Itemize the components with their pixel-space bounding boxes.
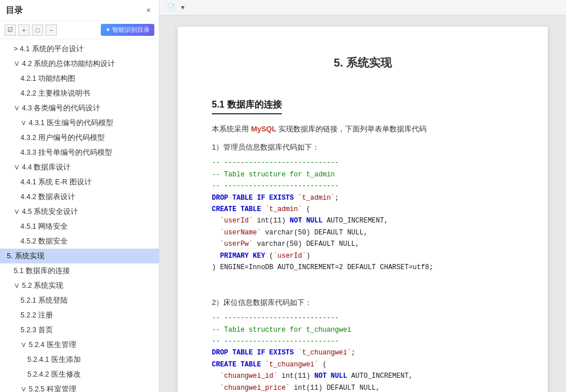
code1-line2: CREATE TABLE `t_admin` (	[212, 204, 514, 215]
sidebar-item-4.5.2[interactable]: 4.5.2 数据安全	[0, 234, 159, 249]
sidebar-item-4.3.2[interactable]: 4.3.2 用户编号的代码模型	[0, 130, 159, 145]
intro-paragraph: 本系统采用 MySQL 实现数据库的链接，下面列举表单数据库代码	[212, 122, 514, 135]
sidebar-item-5.2.2[interactable]: 5.2.2 注册	[0, 308, 159, 323]
sidebar-close-button[interactable]: ×	[144, 5, 153, 16]
sidebar-item-4.1[interactable]: > 4.1 系统的平台设计	[0, 42, 159, 56]
sidebar-header: 目录 ×	[0, 0, 159, 21]
sidebar-tree: > 4.1 系统的平台设计∨ 4.2 系统的总体功能结构设计4.2.1 功能结构…	[0, 39, 159, 392]
code2-comment2: -- Table structure for t_chuangwei	[212, 324, 514, 336]
sidebar-item-5.2.5[interactable]: ∨ 5.2.5 科室管理	[0, 382, 159, 392]
sidebar-item-5.1[interactable]: 5.1 数据库的连接	[0, 263, 159, 278]
sidebar-item-5.2[interactable]: ∨ 5.2 系统实现	[0, 278, 159, 293]
ai-icon: ✦	[105, 26, 110, 34]
intro-text-part1: 本系统采用	[212, 125, 251, 133]
doc-toolbar: 📄 ▾	[159, 0, 566, 15]
doc-page: 5. 系统实现 5.1 数据库的连接 本系统采用 MySQL 实现数据库的链接，…	[178, 27, 548, 392]
code1-line7: ) ENGINE=InnoDB AUTO_INCREMENT=2 DEFAULT…	[212, 262, 514, 273]
code2-line3: `chuangwei_id` int(11) NOT NULL AUTO_INC…	[212, 370, 514, 382]
code-block-1: -- ---------------------------- -- Table…	[212, 157, 514, 273]
ai-recognize-button[interactable]: ✦ 智能识别目录	[101, 24, 154, 36]
sidebar-item-4.4.2[interactable]: 4.4.2 数据表设计	[0, 189, 159, 204]
code1-line4: `userName` varchar(50) DEFAULT NULL,	[212, 227, 514, 238]
code1-line6: PRIMARY KEY (`userId`)	[212, 250, 514, 262]
toolbar-add-btn[interactable]: +	[18, 24, 30, 36]
chapter-title: 5. 系统实现	[212, 55, 514, 71]
sidebar-item-4.2[interactable]: ∨ 4.2 系统的总体功能结构设计	[0, 56, 159, 71]
step2-label: 2）床位信息数据库代码如下：	[212, 298, 514, 308]
code1-comment2: -- Table structure for t_admin	[212, 169, 514, 180]
sidebar-item-5.2.4.1[interactable]: 5.2.4.1 医生添加	[0, 352, 159, 367]
sidebar-item-5.2.3[interactable]: 5.2.3 首页	[0, 323, 159, 337]
code2-line4: `chuangwei_price` int(11) DEFAULT NULL,	[212, 382, 514, 392]
intro-text-part2: 实现数据库的链接，下面列举表单数据库代码	[276, 125, 426, 133]
sidebar-item-4.5.1[interactable]: 4.5.1 网络安全	[0, 219, 159, 234]
section1-title: 5.1 数据库的连接	[212, 99, 282, 114]
sidebar-title: 目录	[6, 5, 23, 16]
code-block-2: -- ---------------------------- -- Table…	[212, 312, 514, 392]
toolbar-minus-btn[interactable]: −	[46, 24, 57, 36]
sidebar-item-5.2.4[interactable]: ∨ 5.2.4 医生管理	[0, 337, 159, 352]
sidebar-item-4.3.3[interactable]: 4.3.3 挂号单编号的代码模型	[0, 145, 159, 160]
code1-comment3: -- ----------------------------	[212, 180, 514, 192]
code1-comment1: -- ----------------------------	[212, 157, 514, 168]
sidebar-item-4.4.1[interactable]: 4.4.1 系统 E-R 图设计	[0, 175, 159, 189]
code2-line1: DROP TABLE IF EXISTS `t_chuangwei`;	[212, 347, 514, 358]
code1-line5: `userPw` varchar(50) DEFAULT NULL,	[212, 238, 514, 250]
doc-icon-button[interactable]: 📄	[164, 2, 178, 13]
sidebar-item-5.2.4.2[interactable]: 5.2.4.2 医生修改	[0, 367, 159, 382]
code1-line3: `userId` int(11) NOT NULL AUTO_INCREMENT…	[212, 215, 514, 226]
main-area: 📄 ▾ 5. 系统实现 5.1 数据库的连接 本系统采用 MySQL 实现数据库…	[159, 0, 566, 392]
ai-btn-label: 智能识别目录	[112, 26, 150, 34]
mysql-highlight: MySQL	[251, 125, 277, 133]
sidebar-item-4.2.2[interactable]: 4.2.2 主要模块说明书	[0, 86, 159, 101]
code2-line2: CREATE TABLE `t_chuangwei` (	[212, 359, 514, 370]
code2-comment1: -- ----------------------------	[212, 312, 514, 324]
sidebar-item-4.3.1[interactable]: ∨ 4.3.1 医生编号的代码模型	[0, 115, 159, 130]
toolbar-checkbox-btn[interactable]: ☑	[5, 24, 16, 36]
sidebar-item-4.5[interactable]: ∨ 4.5 系统安全设计	[0, 204, 159, 219]
code2-comment3: -- ----------------------------	[212, 336, 514, 347]
sidebar-item-5.2.1[interactable]: 5.2.1 系统登陆	[0, 293, 159, 308]
sidebar-toolbar: ☑ + □ − ✦ 智能识别目录	[0, 21, 159, 39]
sidebar-item-4.3[interactable]: ∨ 4.3 各类编号的代码设计	[0, 101, 159, 115]
code1-line1: DROP TABLE IF EXISTS `t_admin`;	[212, 192, 514, 204]
sidebar-item-5[interactable]: 5. 系统实现	[0, 249, 159, 263]
sidebar: 目录 × ☑ + □ − ✦ 智能识别目录 > 4.1 系统的平台设计∨ 4.2…	[0, 0, 159, 392]
sidebar-item-4.2.1[interactable]: 4.2.1 功能结构图	[0, 71, 159, 86]
doc-more-button[interactable]: ▾	[178, 2, 187, 13]
doc-content-wrapper: 5. 系统实现 5.1 数据库的连接 本系统采用 MySQL 实现数据库的链接，…	[159, 15, 566, 392]
toolbar-square-btn[interactable]: □	[32, 24, 43, 36]
sidebar-item-4.4[interactable]: ∨ 4.4 数据库设计	[0, 160, 159, 175]
step1-label: 1）管理员信息数据库代码如下：	[212, 142, 514, 152]
